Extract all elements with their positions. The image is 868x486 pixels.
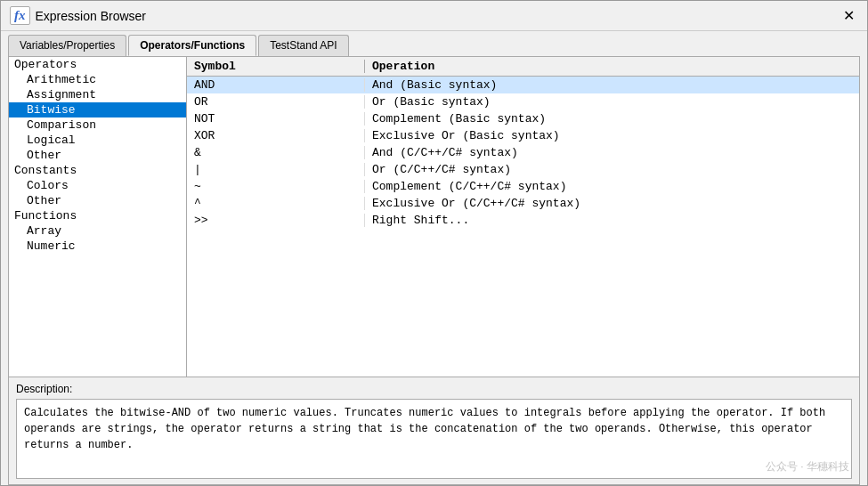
tab-variables[interactable]: Variables/Properties xyxy=(8,35,126,56)
bottom-panel: Description: Calculates the bitwise-AND … xyxy=(9,377,859,484)
expression-browser-window: fx Expression Browser ✕ Variables/Proper… xyxy=(0,0,868,486)
tree-item-logical[interactable]: Logical xyxy=(9,133,186,148)
table-row[interactable]: XOR Exclusive Or (Basic syntax) xyxy=(187,127,859,144)
cell-symbol: ^ xyxy=(187,197,365,210)
cell-operation: Right Shift... xyxy=(365,214,859,227)
cell-symbol: & xyxy=(187,146,365,159)
tree-item-assignment[interactable]: Assignment xyxy=(9,87,186,102)
title-left: fx Expression Browser xyxy=(10,6,146,25)
tabs-bar: Variables/Properties Operators/Functions… xyxy=(1,31,867,56)
cell-symbol: >> xyxy=(187,214,365,227)
description-label: Description: xyxy=(16,383,852,395)
tree-item-numeric[interactable]: Numeric xyxy=(9,239,186,254)
cell-symbol: AND xyxy=(187,78,365,92)
table-scroll[interactable]: AND And (Basic syntax) OR Or (Basic synt… xyxy=(187,77,859,377)
watermark: 公众号 · 华穗科技 xyxy=(766,459,849,474)
table-row[interactable]: | Or (C/C++/C# syntax) xyxy=(187,161,859,178)
cell-operation: Exclusive Or (C/C++/C# syntax) xyxy=(365,197,859,210)
tree-item-array[interactable]: Array xyxy=(9,223,186,239)
tab-operators[interactable]: Operators/Functions xyxy=(128,35,256,56)
cell-operation: Or (C/C++/C# syntax) xyxy=(365,163,859,176)
cell-symbol: | xyxy=(187,163,365,176)
description-box[interactable]: Calculates the bitwise-AND of two numeri… xyxy=(16,399,852,479)
window-title: Expression Browser xyxy=(36,9,147,23)
table-row[interactable]: & And (C/C++/C# syntax) xyxy=(187,144,859,161)
table-row[interactable]: NOT Complement (Basic syntax) xyxy=(187,110,859,127)
fx-icon: fx xyxy=(10,6,30,25)
close-button[interactable]: ✕ xyxy=(840,7,858,24)
table-row[interactable]: ~ Complement (C/C++/C# syntax) xyxy=(187,178,859,195)
right-panel: Symbol Operation AND And (Basic syntax) … xyxy=(187,57,859,377)
tree-item-arithmetic[interactable]: Arithmetic xyxy=(9,72,186,87)
tree-item-bitwise[interactable]: Bitwise xyxy=(9,102,186,117)
col-symbol-header: Symbol xyxy=(187,60,365,73)
tree-item-operators[interactable]: Operators xyxy=(9,57,186,72)
col-operation-header: Operation xyxy=(365,60,859,73)
tree-item-other2[interactable]: Other xyxy=(9,193,186,208)
tree-item-functions[interactable]: Functions xyxy=(9,208,186,223)
content-area: Operators Arithmetic Assignment Bitwise … xyxy=(8,56,860,485)
top-panels: Operators Arithmetic Assignment Bitwise … xyxy=(9,57,859,377)
tree-item-other[interactable]: Other xyxy=(9,148,186,163)
table-row[interactable]: ^ Exclusive Or (C/C++/C# syntax) xyxy=(187,195,859,212)
tree-item-colors[interactable]: Colors xyxy=(9,178,186,193)
cell-symbol: ~ xyxy=(187,180,365,193)
cell-operation: Exclusive Or (Basic syntax) xyxy=(365,129,859,142)
description-text: Calculates the bitwise-AND of two numeri… xyxy=(24,407,825,451)
cell-operation: And (Basic syntax) xyxy=(365,78,859,92)
title-bar: fx Expression Browser ✕ xyxy=(1,1,867,31)
tab-teststand[interactable]: TestStand API xyxy=(258,35,348,56)
cell-symbol: NOT xyxy=(187,112,365,126)
cell-operation: Or (Basic syntax) xyxy=(365,95,859,109)
tree-scroll[interactable]: Operators Arithmetic Assignment Bitwise … xyxy=(9,57,186,377)
cell-operation: And (C/C++/C# syntax) xyxy=(365,146,859,159)
cell-operation: Complement (C/C++/C# syntax) xyxy=(365,180,859,193)
tree-item-constants[interactable]: Constants xyxy=(9,163,186,178)
tree-item-comparison[interactable]: Comparison xyxy=(9,117,186,133)
cell-symbol: XOR xyxy=(187,129,365,142)
table-row[interactable]: >> Right Shift... xyxy=(187,212,859,229)
cell-symbol: OR xyxy=(187,95,365,109)
left-panel: Operators Arithmetic Assignment Bitwise … xyxy=(9,57,187,377)
table-row[interactable]: AND And (Basic syntax) xyxy=(187,77,859,93)
cell-operation: Complement (Basic syntax) xyxy=(365,112,859,126)
table-row[interactable]: OR Or (Basic syntax) xyxy=(187,93,859,110)
table-header: Symbol Operation xyxy=(187,57,859,77)
